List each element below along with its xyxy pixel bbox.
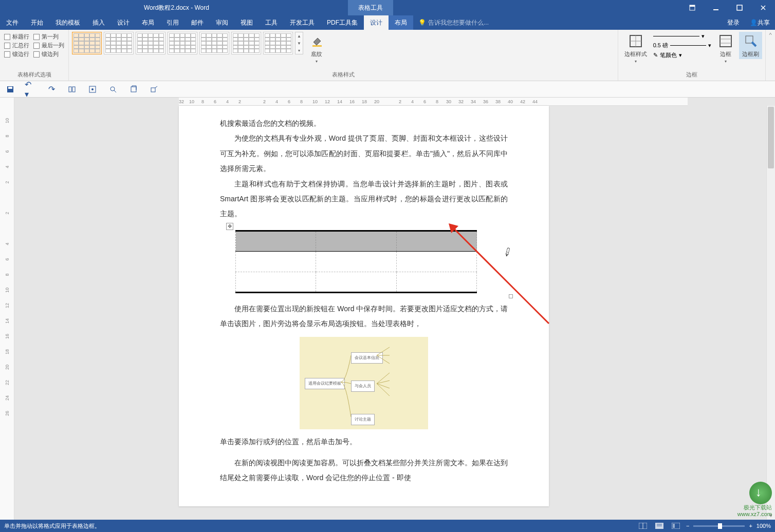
menu-layout[interactable]: 布局 <box>136 15 160 30</box>
menu-table-design[interactable]: 设计 <box>364 15 389 30</box>
redo-button[interactable]: ↷ <box>45 83 58 96</box>
table-style-7[interactable] <box>263 32 293 54</box>
table-resize-handle[interactable] <box>509 294 513 298</box>
menu-tools[interactable]: 工具 <box>259 15 284 30</box>
button-label: 边框 <box>720 50 731 58</box>
svg-rect-13 <box>8 87 12 89</box>
chk-last-col[interactable]: 最后一列 <box>33 42 64 49</box>
table-row[interactable] <box>236 231 477 251</box>
paragraph[interactable]: 主题和样式也有助于文档保持协调。当您单击设计并选择新的主题时，图片、图表或 Sm… <box>220 177 508 222</box>
paragraph[interactable]: 使用在需要位置出现的新按钮在 Word 中保存时间。若要更改图片适应文档的方式，… <box>220 301 508 332</box>
qat-button-6[interactable] <box>107 83 119 96</box>
table-style-3[interactable] <box>136 32 165 54</box>
ruler-tick: 36 <box>483 99 488 104</box>
login-button[interactable]: 登录 <box>722 15 745 30</box>
qat-button-5[interactable] <box>86 83 99 96</box>
svg-rect-11 <box>746 36 753 43</box>
paragraph-empty[interactable] <box>220 449 508 455</box>
view-web-layout[interactable] <box>670 521 682 530</box>
table-row[interactable] <box>236 272 477 292</box>
ruler-tick: 22 <box>5 376 10 390</box>
chk-total-row[interactable]: 汇总行 <box>4 42 29 49</box>
close-button[interactable] <box>751 0 775 15</box>
ruler-tick: 34 <box>471 99 476 104</box>
zoom-level[interactable]: 100% <box>756 523 771 529</box>
chk-header-row[interactable]: 标题行 <box>4 33 29 41</box>
ruler-tick: 42 <box>520 99 525 104</box>
qat-button-4[interactable] <box>66 83 78 96</box>
document-page[interactable]: 机搜索最适合您的文档的视频。 为使您的文档具有专业外观，Word 提供了页眉、页… <box>179 106 549 506</box>
border-line-style[interactable]: ▾ <box>653 33 711 40</box>
share-label: 共享 <box>758 18 770 27</box>
view-print-layout[interactable] <box>653 521 666 530</box>
border-style-icon <box>628 33 644 49</box>
pen-icon: ✎ <box>653 52 658 59</box>
table-style-2[interactable] <box>104 32 134 54</box>
menu-design[interactable]: 设计 <box>111 15 136 30</box>
menu-review[interactable]: 审阅 <box>210 15 234 30</box>
ruler-tick: 2 <box>5 206 10 220</box>
table-style-4[interactable] <box>168 32 197 54</box>
ruler-tick: 6 <box>5 145 10 159</box>
save-button[interactable] <box>4 83 16 96</box>
mindmap-root: 通用会议纪要模板 <box>305 378 345 390</box>
menu-table-layout[interactable]: 布局 <box>389 15 413 30</box>
view-read-mode[interactable] <box>637 521 649 530</box>
pen-color-button[interactable]: ✎ 笔颜色 ▾ <box>653 51 711 59</box>
menu-view[interactable]: 视图 <box>234 15 259 30</box>
menu-file[interactable]: 文件 <box>0 15 25 30</box>
share-button[interactable]: 👤 共享 <box>745 15 775 30</box>
group-label: 表格样式 <box>72 70 615 79</box>
ruler-tick: 4 <box>275 99 278 104</box>
table-style-5[interactable] <box>199 32 229 54</box>
table-style-6[interactable] <box>231 32 261 54</box>
paragraph[interactable]: 在新的阅读视图中阅读更加容易。可以折叠文档某些部分并关注所需文本。如果在达到结尾… <box>220 455 508 486</box>
table-move-handle[interactable]: ✥ <box>226 223 233 230</box>
doc-scroll-container[interactable]: 32 10 8 6 4 2 2 4 6 8 10 12 14 16 18 20 … <box>14 98 775 520</box>
ruler-tick: 20 <box>5 360 10 374</box>
table-styles-more[interactable]: ▲▼▾ <box>295 32 303 54</box>
border-weight-select[interactable]: 0.5 磅▾ <box>653 42 711 49</box>
document-table[interactable] <box>235 230 477 293</box>
menu-templates[interactable]: 我的模板 <box>49 15 86 30</box>
zoom-slider[interactable] <box>693 525 745 527</box>
borders-button[interactable]: 边框 ▾ <box>714 32 737 65</box>
menu-devtools[interactable]: 开发工具 <box>284 15 321 30</box>
paragraph[interactable]: 单击要添加行或列的位置，然后单击加号。 <box>220 434 508 449</box>
zoom-in-icon[interactable]: + <box>749 523 752 529</box>
ruler-tick: 26 <box>5 407 10 421</box>
table-row[interactable] <box>236 251 477 272</box>
menu-mail[interactable]: 邮件 <box>185 15 210 30</box>
scroll-down-arrow[interactable]: ▼ <box>767 511 775 520</box>
menu-home[interactable]: 开始 <box>25 15 49 30</box>
menu-references[interactable]: 引用 <box>160 15 185 30</box>
ribbon-options-icon[interactable] <box>680 0 704 15</box>
tell-me-search[interactable]: 💡 告诉我您想要做什么... <box>418 18 489 27</box>
border-painter-button[interactable]: 边框刷 <box>739 32 762 59</box>
qat-button-7[interactable] <box>127 83 140 96</box>
paragraph[interactable]: 为使您的文档具有专业外观，Word 提供了页眉、页脚、封面和文本框设计，这些设计… <box>220 131 508 176</box>
paragraph[interactable]: 机搜索最适合您的文档的视频。 <box>220 116 508 131</box>
border-styles-button[interactable]: 边框样式 ▾ <box>621 32 650 65</box>
svg-point-18 <box>110 87 115 91</box>
embedded-image-mindmap[interactable]: 通用会议纪要模板 会议基本信息 与会人员 讨论主题 <box>300 337 428 429</box>
menu-insert[interactable]: 插入 <box>86 15 111 30</box>
shading-button[interactable]: 底纹 ▾ <box>305 32 328 65</box>
collapse-ribbon-icon[interactable]: ^ <box>766 30 775 81</box>
minimize-button[interactable] <box>704 0 728 15</box>
chk-label: 镶边列 <box>42 50 59 58</box>
chk-first-col[interactable]: 第一列 <box>33 33 64 41</box>
vertical-scrollbar[interactable]: ▲ ▼ <box>766 106 775 520</box>
table-style-1[interactable] <box>72 32 102 54</box>
menu-pdftools[interactable]: PDF工具集 <box>321 15 364 30</box>
quick-access-toolbar: ↶ ▾ ↷ <box>0 81 775 98</box>
undo-button[interactable]: ↶ ▾ <box>25 83 37 96</box>
chk-banded-col[interactable]: 镶边列 <box>33 50 64 58</box>
scrollbar-thumb[interactable] <box>768 107 774 168</box>
zoom-out-icon[interactable]: − <box>686 523 689 529</box>
chk-banded-row[interactable]: 镶边行 <box>4 50 29 58</box>
horizontal-ruler[interactable]: 32 10 8 6 4 2 2 4 6 8 10 12 14 16 18 20 … <box>179 98 688 106</box>
qat-button-8[interactable] <box>148 83 160 96</box>
vertical-ruler[interactable]: 10 8 6 4 2 2 4 6 8 10 12 14 16 18 20 22 … <box>0 98 14 520</box>
maximize-button[interactable] <box>728 0 751 15</box>
